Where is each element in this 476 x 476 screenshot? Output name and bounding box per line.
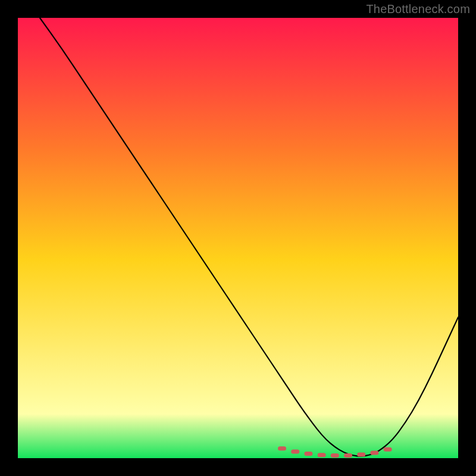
bottleneck-chart [18,18,458,458]
plot-area [18,18,458,458]
gradient-background [18,18,458,458]
marker-dot [384,447,392,452]
marker-dot [291,449,299,453]
marker-dot [304,452,312,456]
marker-dot [357,453,365,457]
marker-dot [318,453,326,457]
marker-dot [278,446,286,450]
marker-dot [331,453,339,458]
marker-dot [344,453,352,458]
chart-frame: TheBottleneck.com [0,0,476,476]
watermark-text: TheBottleneck.com [366,2,470,16]
marker-dot [370,451,378,455]
